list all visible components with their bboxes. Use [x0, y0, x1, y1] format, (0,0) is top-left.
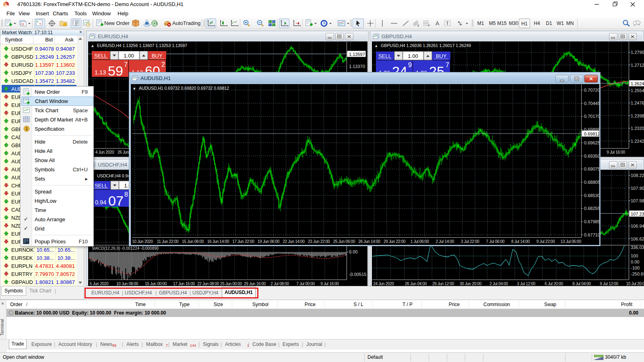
svg-text:2 Jul 04:00: 2 Jul 04:00: [489, 282, 508, 286]
svg-text:9 Jul 16:00: 9 Jul 16:00: [607, 150, 625, 154]
svg-text:7: 7: [124, 61, 128, 68]
svg-text:26 Jun 14:00: 26 Jun 14:00: [358, 239, 380, 244]
svg-text:07: 07: [108, 193, 124, 208]
svg-text:0.69075: 0.69075: [584, 167, 599, 171]
svg-text:9 Jul 22:00: 9 Jul 22:00: [537, 239, 555, 244]
svg-text:107.58: 107.58: [631, 198, 644, 203]
svg-text:0.70445: 0.70445: [584, 101, 599, 106]
svg-text:9: 9: [408, 62, 412, 68]
svg-text:10 Jun 08:00: 10 Jun 08:00: [116, 282, 138, 286]
svg-text:59: 59: [108, 63, 123, 77]
svg-text:9 Jul 12:00: 9 Jul 12:00: [600, 282, 618, 286]
svg-text:GBPUSD,H4 1.26036 1.26261 1.2: GBPUSD,H4 1.26036 1.26261 1.26017 1.2624…: [381, 43, 471, 48]
svg-text:-0.00515: -0.00515: [349, 272, 366, 277]
svg-text:T: T: [446, 21, 449, 26]
svg-text:SELL: SELL: [95, 183, 107, 189]
svg-text:3 Jul 12:00: 3 Jul 12:00: [517, 282, 535, 286]
svg-text:17 Jun 16:00: 17 Jun 16:00: [173, 282, 195, 286]
svg-text:1.2398: 1.2398: [631, 113, 644, 118]
svg-text:-250.69: -250.69: [631, 272, 644, 276]
svg-text:2 Jul 08:00: 2 Jul 08:00: [270, 282, 289, 286]
svg-text:BUY: BUY: [152, 53, 163, 59]
svg-text:107.23: 107.23: [631, 212, 644, 216]
svg-text:1.2242: 1.2242: [631, 139, 644, 144]
svg-text:26 Jun: 26 Jun: [118, 150, 129, 154]
svg-text:107.90: 107.90: [631, 186, 644, 191]
svg-text:336.031: 336.031: [631, 245, 644, 250]
svg-text:25 Jun 06:00: 25 Jun 06:00: [333, 239, 355, 244]
svg-text:8 Jul 04:00: 8 Jul 04:00: [572, 282, 591, 286]
svg-text:1.2712: 1.2712: [631, 63, 644, 68]
svg-text:1.13370: 1.13370: [349, 64, 365, 69]
svg-text:0.67985: 0.67985: [584, 219, 599, 224]
svg-text:0.68805: 0.68805: [584, 180, 599, 185]
svg-text:A: A: [436, 20, 440, 27]
svg-text:22 Jun 08:00: 22 Jun 08:00: [197, 282, 219, 286]
svg-text:22 Jun 14:00: 22 Jun 14:00: [283, 239, 305, 244]
svg-text:0.00: 0.00: [349, 249, 357, 254]
svg-text:100: 100: [631, 253, 638, 258]
svg-text:24 Jun 2020: 24 Jun 2020: [373, 282, 394, 286]
svg-text:E: E: [417, 24, 419, 27]
svg-text:0.00: 0.00: [631, 259, 639, 264]
svg-text:10 Jul 20:00: 10 Jul 20:00: [626, 282, 644, 286]
svg-text:MACD(12,26,9) -0.001224 -0.000: MACD(12,26,9) -0.001224 -0.000890: [92, 246, 159, 251]
svg-text:EURUSD,H4 1.13256 1.13607 1.1: EURUSD,H4 1.13256 1.13607 1.13253 1.1359…: [97, 43, 187, 48]
svg-text:0.69350: 0.69350: [584, 154, 599, 158]
svg-text:10 Jun 2020: 10 Jun 2020: [132, 239, 153, 244]
svg-text:5 Jun 2020: 5 Jun 2020: [90, 282, 109, 286]
svg-text:23 Jun 22:00: 23 Jun 22:00: [308, 239, 330, 244]
svg-text:15 Jun 00:00: 15 Jun 00:00: [145, 282, 167, 286]
svg-text:$: $: [25, 127, 28, 131]
svg-text:BUY: BUY: [436, 53, 447, 59]
svg-text:29 Jun 22:00: 29 Jun 22:00: [384, 239, 406, 244]
svg-text:AUDUSD,H1 0.69732 0.69820 0.69: AUDUSD,H1 0.69732 0.69820 0.69732 0.6981…: [139, 86, 229, 90]
svg-text:1.13: 1.13: [95, 69, 106, 76]
svg-text:19 Jun 06:00: 19 Jun 06:00: [258, 239, 280, 244]
svg-text:11 Jun 22:00: 11 Jun 22:00: [157, 239, 179, 244]
svg-text:0.94: 0.94: [95, 199, 106, 206]
svg-text:7 Jul 06:00: 7 Jul 06:00: [486, 239, 505, 244]
svg-text:0.68530: 0.68530: [584, 193, 599, 198]
svg-text:1.13597: 1.13597: [349, 52, 365, 57]
svg-text:6 Jul 20:00: 6 Jul 20:00: [545, 282, 563, 286]
svg-text:1.2790: 1.2790: [631, 50, 644, 55]
svg-text:16 Jun 14:00: 16 Jun 14:00: [207, 239, 229, 244]
svg-text:1 Jul 06:00: 1 Jul 06:00: [411, 239, 429, 244]
svg-text:-100: -100: [631, 265, 640, 270]
svg-text:0.68255: 0.68255: [584, 206, 599, 211]
svg-text:29 Jun 16:00: 29 Jun 16:00: [244, 282, 266, 286]
svg-text:▴: ▴: [375, 43, 378, 48]
svg-text:29 Jun 12:00: 29 Jun 12:00: [432, 282, 454, 286]
svg-text:1.00: 1.00: [408, 53, 418, 59]
svg-text:F: F: [428, 24, 430, 27]
svg-text:1.2554: 1.2554: [631, 88, 644, 93]
svg-text:▴: ▴: [91, 43, 94, 48]
svg-text:7: 7: [446, 62, 449, 68]
svg-text:1.2320: 1.2320: [631, 126, 644, 131]
svg-text:2 Jul 14:00: 2 Jul 14:00: [436, 239, 454, 244]
svg-text:30 Jun 20:00: 30 Jun 20:00: [460, 282, 482, 286]
svg-text:4 Jun 2020: 4 Jun 2020: [95, 150, 114, 154]
svg-text:106.94: 106.94: [631, 224, 644, 228]
svg-text:17 Jun 22:00: 17 Jun 22:00: [232, 239, 254, 244]
svg-text:7 Jul 00:00: 7 Jul 00:00: [296, 282, 315, 286]
svg-text:2: 2: [161, 61, 165, 68]
svg-text:15 Jun 06:00: 15 Jun 06:00: [182, 239, 204, 244]
svg-text:0.70720: 0.70720: [584, 88, 599, 93]
svg-text:3 Jul 22:00: 3 Jul 22:00: [461, 239, 479, 244]
svg-text:26 Jun 04:00: 26 Jun 04:00: [405, 282, 427, 286]
svg-text:SELL: SELL: [378, 53, 391, 59]
svg-text:1.00: 1.00: [124, 53, 134, 59]
svg-text:1.2476: 1.2476: [631, 101, 644, 105]
svg-text:▾: ▾: [133, 86, 136, 91]
svg-text:25 Jun 00:00: 25 Jun 00:00: [220, 282, 242, 286]
svg-text:8: 8: [124, 191, 128, 198]
svg-text:0.69812: 0.69812: [584, 132, 599, 136]
svg-text:1.2624: 1.2624: [631, 81, 644, 86]
svg-text:8 Jul 14:00: 8 Jul 14:00: [511, 239, 530, 244]
svg-text:0.70170: 0.70170: [584, 114, 599, 119]
svg-text:0.69625: 0.69625: [584, 140, 599, 145]
svg-text:106.62: 106.62: [631, 237, 644, 241]
svg-text:9 Jul 16:00: 9 Jul 16:00: [320, 282, 339, 286]
